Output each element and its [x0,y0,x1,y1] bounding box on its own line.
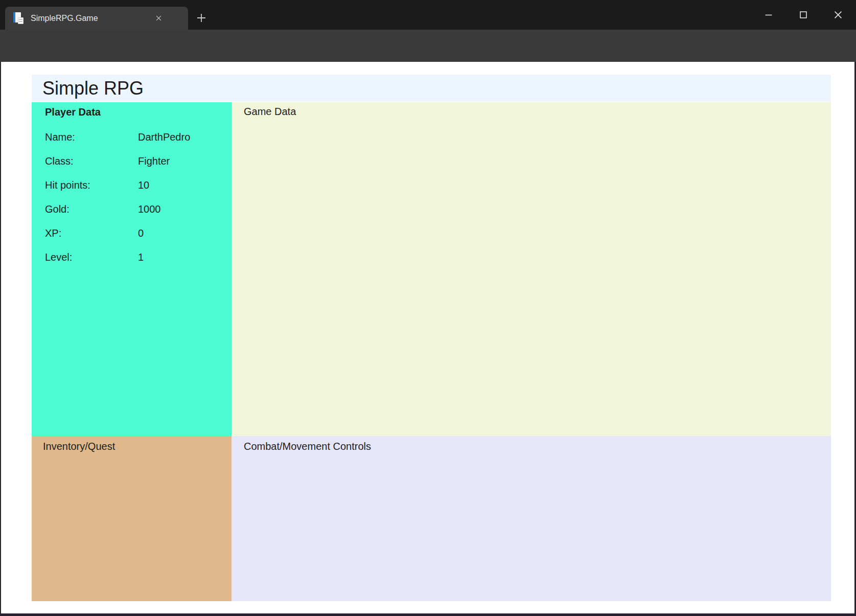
page-title: Simple RPG [32,75,831,102]
player-data-panel: Player Data Name: DarthPedro Class: Figh… [32,102,232,436]
new-tab-button[interactable] [193,10,210,26]
stat-row-xp: XP: 0 [45,221,232,245]
page-favicon-icon [13,12,24,24]
stat-value: Fighter [138,155,170,167]
minimize-button[interactable] [753,0,784,30]
browser-window: SimpleRPG.Game [0,0,856,616]
player-data-title: Player Data [45,106,232,118]
stat-row-level: Level: 1 [45,245,232,269]
stat-value: 0 [138,227,144,239]
inventory-quest-title: Inventory/Quest [43,441,232,452]
tab-close-button[interactable] [151,11,166,26]
stat-label: Class: [45,155,138,167]
browser-titlebar: SimpleRPG.Game [0,0,856,30]
minimize-icon [763,9,774,20]
game-data-panel: Game Data [232,102,831,436]
stat-row-hit-points: Hit points: 10 [45,173,232,197]
tab-close-icon [155,14,163,22]
inventory-quest-panel: Inventory/Quest [32,436,232,601]
stat-label: XP: [45,227,138,239]
new-tab-icon [195,12,207,24]
maximize-icon [798,9,809,20]
browser-toolbar: https://localhost:44370 [0,30,856,62]
maximize-button[interactable] [788,0,819,30]
player-stats: Name: DarthPedro Class: Fighter Hit poin… [45,125,232,269]
close-icon [832,9,844,20]
stat-label: Hit points: [45,179,138,191]
stat-row-class: Class: Fighter [45,149,232,173]
combat-movement-title: Combat/Movement Controls [244,441,831,452]
stat-value: DarthPedro [138,131,190,143]
close-window-button[interactable] [823,0,853,30]
stat-value: 1000 [138,203,161,215]
combat-movement-panel: Combat/Movement Controls [232,436,831,601]
game-data-title: Game Data [244,106,831,118]
stat-value: 1 [138,252,144,263]
stat-row-name: Name: DarthPedro [45,125,232,149]
web-page: Simple RPG Player Data Name: DarthPedro … [1,62,854,613]
stat-value: 10 [138,179,149,191]
stat-row-gold: Gold: 1000 [45,197,232,221]
page-header: Simple RPG [32,75,831,102]
window-controls [753,0,853,30]
stat-label: Gold: [45,203,138,215]
tab-title: SimpleRPG.Game [31,14,151,23]
panel-grid: Player Data Name: DarthPedro Class: Figh… [32,102,831,601]
stat-label: Name: [45,131,138,143]
browser-tab[interactable]: SimpleRPG.Game [5,7,188,30]
stat-label: Level: [45,252,138,263]
